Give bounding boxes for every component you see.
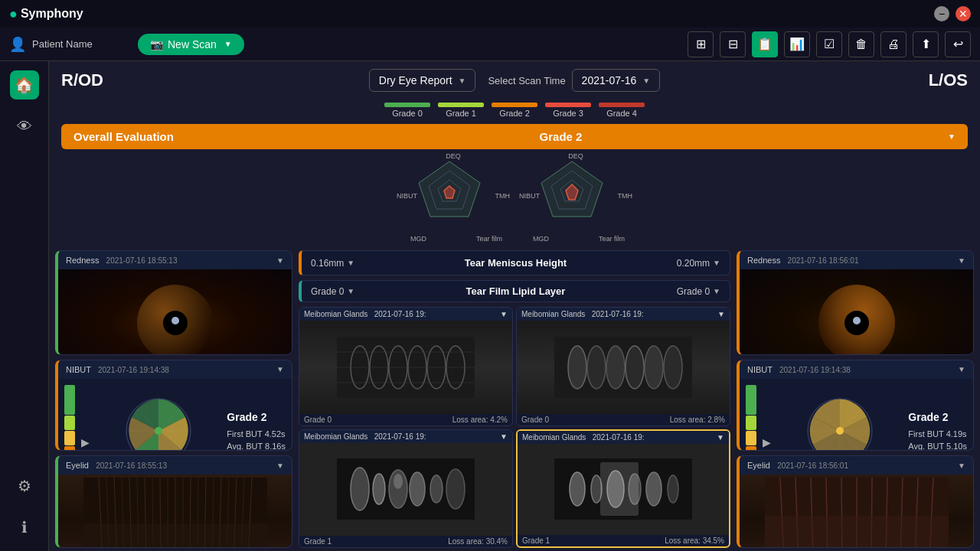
minimize-button[interactable]: − (934, 6, 949, 21)
nibut-body-left: ▶ (58, 379, 292, 451)
redness-dropdown-right[interactable]: ▼ (958, 256, 965, 265)
meib-gland-svg-br (518, 458, 729, 520)
meib-dropdown-br[interactable]: ▼ (717, 433, 724, 442)
svg-rect-93 (765, 478, 949, 548)
svg-point-71 (668, 475, 678, 503)
nibut-circle-chart-left (96, 393, 220, 451)
tear-film-row: Grade 0 ▼ Tear Film Lipid Layer Grade 0 … (299, 280, 730, 302)
sidebar-item-settings[interactable]: ⚙ (10, 471, 39, 500)
report-type-dropdown[interactable]: Dry Eye Report ▼ (369, 69, 476, 92)
close-button[interactable]: ✕ (956, 6, 971, 21)
svg-marker-4 (419, 161, 480, 217)
new-scan-button[interactable]: 📷 New Scan ▼ (138, 34, 244, 55)
nibut-label-left: NIBUT (397, 192, 417, 200)
grade-0-bar (384, 103, 430, 107)
overall-eval-grade: Grade 2 (540, 130, 583, 143)
svg-rect-72 (600, 462, 639, 516)
sidebar-item-home[interactable]: 🏠 (10, 70, 39, 99)
title-bar: ● Symphony − ✕ (0, 0, 980, 28)
tmh-right-dropdown[interactable]: ▼ (713, 259, 720, 267)
meibomian-image-bottom-right (518, 444, 729, 536)
overall-eval-dropdown-arrow: ▼ (948, 132, 956, 141)
checklist-button[interactable]: ☑ (816, 31, 842, 57)
chart-button[interactable]: 📊 (784, 31, 810, 57)
tfl-left-grade: Grade 0 ▼ (311, 286, 354, 297)
scan-time-dropdown[interactable]: 2021-07-16 ▼ (572, 69, 661, 92)
right-radar: DEQ NIBUT TMH MGD Tear film (530, 154, 622, 246)
nibut-stats-left: Grade 2 First BUT 4.52s Avg. BUT 8.16s (227, 411, 286, 451)
svg-point-55 (645, 346, 663, 389)
meibomian-footer-bottom-right: Grade 1 Loss area: 34.5% (518, 535, 729, 546)
meibomian-cell-bottom-left: Meibomian Glands 2021-07-16 19: ▼ (299, 429, 513, 549)
eyelid-image-left (58, 474, 292, 548)
eyelid-svg-right (765, 478, 949, 548)
list-view-button[interactable]: ⊟ (720, 31, 746, 57)
report-button[interactable]: 📋 (752, 31, 778, 57)
back-button[interactable]: ↩ (945, 31, 971, 57)
tfl-right-grade: Grade 0 ▼ (677, 286, 720, 297)
meib-gland-svg-bl (299, 458, 512, 520)
svg-point-66 (570, 472, 585, 506)
meibomian-header-top-left: Meibomian Glands 2021-07-16 19: ▼ (299, 308, 512, 321)
sidebar: 🏠 👁 ⚙ ℹ (0, 61, 49, 551)
grade-4-bar (599, 103, 645, 107)
deq-label-left: DEQ (446, 152, 461, 160)
grade-0-label: Grade 0 (392, 109, 423, 118)
main-grid: Redness 2021-07-16 18:55:13 ▼ (49, 247, 980, 551)
svg-point-59 (373, 474, 385, 504)
print-button[interactable]: 🖨 (880, 31, 906, 57)
sidebar-item-eye[interactable]: 👁 (10, 112, 39, 141)
grade-1-item: Grade 1 (434, 103, 488, 118)
nibut-label-left-header: NIBUT 2021-07-16 19:14:38 (66, 365, 169, 374)
export-button[interactable]: ⬆ (913, 31, 939, 57)
patient-name: Patient Name (32, 38, 93, 50)
svg-point-64 (394, 474, 403, 489)
right-radar-svg (530, 154, 614, 238)
meib-dropdown-tr[interactable]: ▼ (717, 310, 725, 318)
tmh-label-left: TMH (495, 192, 511, 200)
meibomian-image-bottom-left (299, 443, 512, 536)
left-radar: DEQ NIBUT TMH MGD Tear film (407, 154, 499, 246)
meibomian-header-top-right: Meibomian Glands 2021-07-16 19: ▼ (517, 308, 730, 321)
redness-header-right: Redness 2021-07-16 18:56:01 ▼ (740, 251, 973, 269)
delete-button[interactable]: 🗑 (848, 31, 874, 57)
meibomian-header-bottom-right: Meibomian Glands 2021-07-16 19: ▼ (518, 431, 729, 444)
app-title: ● Symphony (9, 6, 83, 22)
deq-label-right: DEQ (568, 152, 583, 160)
nibut-dropdown-right[interactable]: ▼ (958, 365, 965, 373)
new-scan-dropdown-arrow: ▼ (224, 40, 232, 48)
pupil-left (163, 311, 188, 335)
redness-eye-image-left (58, 269, 292, 355)
tfl-right-dropdown[interactable]: ▼ (713, 287, 720, 295)
grade-scale-left (64, 385, 75, 451)
nibut-header-right: NIBUT 2021-07-16 19:14:38 ▼ (740, 360, 973, 379)
eyelid-image-right (740, 474, 973, 548)
patient-icon: 👤 (9, 36, 26, 53)
content: R/OD Dry Eye Report ▼ Select Scan Time 2… (49, 61, 980, 551)
eyelid-dropdown-right[interactable]: ▼ (958, 461, 965, 470)
sidebar-item-info[interactable]: ℹ (10, 513, 39, 542)
redness-dropdown-left[interactable]: ▼ (276, 256, 284, 265)
patient-info: 👤 Patient Name (9, 36, 132, 53)
svg-point-58 (351, 468, 369, 510)
grade-1-bar (438, 103, 484, 107)
tmh-left-dropdown[interactable]: ▼ (347, 259, 354, 267)
left-radar-container: DEQ NIBUT TMH MGD Tear film (407, 154, 499, 246)
meib-gland-svg-tl (299, 337, 512, 398)
tmh-left-val: 0.16mm ▼ (311, 258, 354, 269)
eyelid-dropdown-left[interactable]: ▼ (276, 461, 284, 470)
nibut-stats-right: Grade 2 First BUT 4.19s Avg. BUT 5.10s (908, 411, 967, 451)
svg-rect-39 (83, 523, 267, 548)
eyelid-header-left: Eyelid 2021-07-16 18:55:13 ▼ (58, 456, 292, 474)
nibut-dropdown-left[interactable]: ▼ (276, 365, 284, 373)
mgd-label-right: MGD (533, 235, 549, 243)
grid-view-button[interactable]: ⊞ (688, 31, 714, 57)
tfl-left-dropdown[interactable]: ▼ (347, 287, 354, 295)
meib-dropdown-tl[interactable]: ▼ (500, 310, 508, 318)
scan-time-section: Select Scan Time 2021-07-16 ▼ (488, 69, 660, 92)
eyelid-panel-left: Eyelid 2021-07-16 18:55:13 ▼ (55, 455, 292, 548)
tearfilm-label-left: Tear film (476, 235, 502, 243)
app-logo-icon: ● (9, 6, 18, 22)
grade-1-label: Grade 1 (446, 109, 476, 118)
meib-dropdown-bl[interactable]: ▼ (500, 432, 508, 441)
